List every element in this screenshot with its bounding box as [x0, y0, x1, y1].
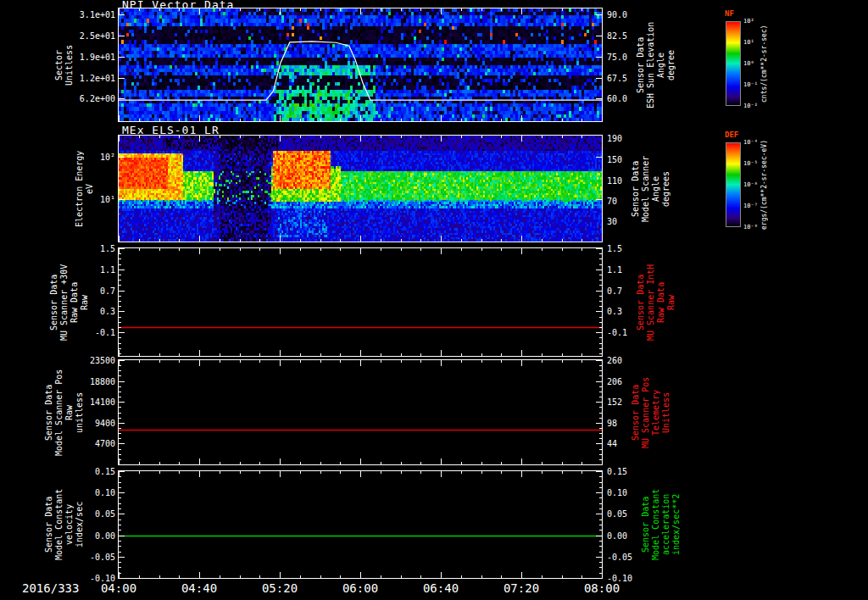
panel-4-right-axis-label-line: Sensor Data — [631, 360, 641, 464]
y-tick-label: 98 — [607, 418, 617, 427]
panel-5-right-axis-label-line: Model Constant — [651, 471, 661, 578]
y-tick-label: 4700 — [95, 439, 115, 448]
panel-3-right-axis-label: Sensor DataMU Scanner IntHRaw DataRaw — [636, 248, 676, 356]
y-tick-label: 10² — [100, 153, 115, 162]
panel-2-right-axis-label-line: Angle — [651, 136, 661, 242]
y-tick-label: 0.3 — [100, 307, 115, 316]
tplot-figure: NPI Vector Data MEx ELS-01 LR NF cnts/(c… — [0, 0, 868, 600]
y-tick-label: 0.05 — [607, 509, 627, 519]
colorbar-tick-label: 10⁻⁷ — [743, 203, 758, 209]
colorbar-tick-label: 10⁻⁸ — [743, 224, 758, 231]
panel-3-y-axis-label-line: Raw — [80, 248, 90, 356]
y-tick-label: 152 — [607, 397, 622, 407]
panel-1-y-axis-label-line: Sector — [54, 8, 64, 121]
y-tick-label: 44 — [607, 439, 617, 448]
y-tick-label: 10¹ — [100, 195, 115, 204]
y-tick-label: 190 — [607, 134, 622, 143]
panel-2-right-axis-label-line: degrees — [661, 136, 671, 242]
y-tick-label: -0.1 — [95, 328, 115, 337]
y-tick-label: 2.5e+01 — [80, 31, 115, 40]
panel-5-y-axis-label-line: index/sec — [75, 471, 85, 578]
y-tick-label: 1.2e+01 — [80, 74, 115, 83]
panel-5-y-axis-label: Sensor DataModel Constantvelocityindex/s… — [44, 471, 85, 578]
panel-3-right-axis-label-line: MU Scanner IntH — [646, 248, 656, 356]
colorbar-tick-label: 10¹ — [743, 39, 754, 46]
panel-5-right-axis-label-line: acceleration — [661, 471, 671, 578]
y-tick-label: 110 — [607, 175, 622, 185]
y-tick-label: 260 — [607, 356, 622, 365]
y-tick-label: 60.0 — [607, 94, 627, 103]
panel-3-y-axis-label-line: Raw Data — [70, 248, 80, 356]
panel-1-right-axis-label-line: Sensor Data — [636, 8, 646, 121]
y-tick-label: 18800 — [90, 376, 115, 386]
y-tick-label: 14100 — [90, 397, 115, 407]
panel-2-y-axis-label: Electron EnergyeV — [75, 136, 95, 242]
panel-4-right-axis-label-line: MU Scanner Pos — [641, 360, 651, 464]
y-tick-label: 0.15 — [95, 467, 115, 476]
y-tick-label: 0.00 — [607, 531, 627, 540]
y-tick-label: 90.0 — [607, 9, 627, 19]
y-tick-label: 0.05 — [95, 509, 115, 519]
y-tick-label: 206 — [607, 376, 622, 386]
colorbar-tick-label: 10⁻² — [743, 103, 758, 109]
panel-5-right-axis-label-line: Sensor Data — [641, 471, 651, 578]
panel-4-y-axis-label-line: Raw — [64, 360, 75, 464]
colorbar1-gradient — [726, 21, 741, 106]
colorbar2-units: ergs/(cm**2-sr-sec-eV) — [760, 136, 769, 233]
panel-4-right-axis-label: Sensor DataMU Scanner PosTelemetryUnitle… — [631, 360, 671, 464]
panel-5-right-axis-label: Sensor DataModel Constantaccelerationind… — [641, 471, 682, 578]
y-tick-label: 82.5 — [607, 31, 627, 40]
panel-1-right-axis-label-line: ESH Sun Elevation — [646, 8, 656, 121]
panel-2-right-axis-label-line: Model Scanner — [641, 136, 651, 242]
colorbar1-units: cnts/(cm**2-sr-sec) — [760, 15, 769, 112]
x-tick-label: 04:00 — [89, 581, 148, 595]
panel-1-right-axis-label-line: degree — [666, 8, 676, 121]
colorbar-tick-label: 10⁰ — [743, 60, 754, 67]
y-tick-label: 9400 — [95, 418, 115, 427]
colorbar-tick-label: 10⁻⁵ — [743, 160, 758, 167]
panel-5-y-axis-label-line: velocity — [64, 471, 75, 578]
panel-4-right-axis-label-line: Unitless — [661, 360, 671, 464]
colorbar-tick-label: 10² — [743, 18, 754, 25]
x-tick-label: 08:00 — [572, 581, 632, 595]
y-tick-label: 30 — [607, 217, 617, 226]
y-tick-label: 0.00 — [95, 531, 115, 540]
y-tick-label: 23500 — [90, 356, 115, 365]
colorbar2-label: DEF — [725, 131, 738, 139]
y-tick-label: 1.9e+01 — [80, 53, 115, 62]
y-tick-label: -0.05 — [607, 552, 632, 561]
x-tick-label: 04:40 — [170, 581, 229, 595]
panel-4-y-axis-label-line: unitless — [75, 360, 85, 464]
panel-4-y-axis-label-line: Model Scanner Pos — [54, 360, 64, 464]
panel-4-right-axis-label-line: Telemetry — [651, 360, 661, 464]
y-tick-label: 67.5 — [607, 74, 627, 83]
panel-3-plot-area — [118, 247, 603, 357]
panel-3-right-axis-label-line: Raw — [666, 248, 676, 356]
x-tick-label: 05:20 — [250, 581, 309, 595]
panel-1-right-axis-label: Sensor DataESH Sun ElevationAngledegree — [636, 8, 676, 121]
y-tick-label: 0.10 — [607, 488, 627, 497]
y-tick-label: 1.5 — [607, 244, 622, 253]
panel-1-right-axis-label-line: Angle — [656, 8, 666, 121]
panel-2-right-axis-label: Sensor DataModel ScannerAngledegrees — [631, 136, 671, 242]
panel-3-y-axis-label-line: Sensor Data — [49, 248, 59, 356]
panel-2-y-axis-label-line: eV — [85, 136, 95, 242]
colorbar-tick-label: 10⁻¹ — [743, 81, 758, 88]
panel-5-y-axis-label-line: Sensor Data — [44, 471, 54, 578]
panel-2-plot-area — [118, 135, 603, 242]
panel-5-plot-area — [118, 470, 603, 579]
y-tick-label: 0.7 — [607, 286, 622, 295]
panel-5-right-axis-label-line: index/sec**2 — [671, 471, 682, 578]
panel-1-y-axis-label-line: Unitless — [64, 8, 75, 121]
colorbar1-label: NF — [725, 9, 734, 18]
panel-4-plot-area — [118, 359, 603, 465]
panel-3-right-axis-label-line: Raw Data — [656, 248, 666, 356]
y-tick-label: 1.5 — [100, 244, 115, 253]
y-tick-label: 0.15 — [607, 467, 627, 476]
panel-4-y-axis-label-line: Sensor Data — [44, 360, 54, 464]
x-tick-label: 06:40 — [411, 581, 470, 595]
y-tick-label: 150 — [607, 154, 622, 164]
panel-2-y-axis-label-line: Electron Energy — [75, 136, 85, 242]
panel-3-right-axis-label-line: Sensor Data — [636, 248, 646, 356]
y-tick-label: 1.1 — [607, 264, 622, 274]
